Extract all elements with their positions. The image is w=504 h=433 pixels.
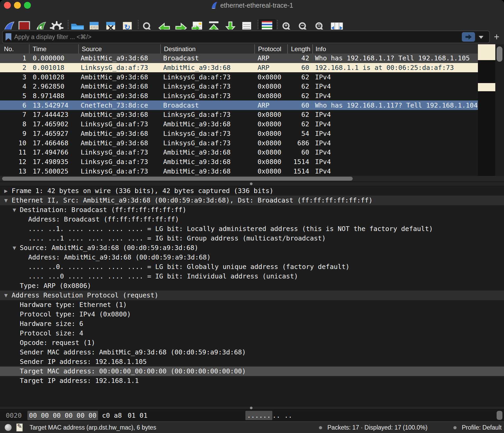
column-header-length[interactable]: Length [287,44,312,54]
packet-row-1[interactable]: 10.000000AmbitMic_a9:3d:68BroadcastARP42… [0,54,478,63]
cell-destination: AmbitMic_a9:3d:68 [160,166,254,176]
packet-row-8[interactable]: 817.465902LinksysG_da:af:73AmbitMic_a9:3… [0,119,478,129]
packet-details-pane: ▶Frame 1: 42 bytes on wire (336 bits), 4… [0,186,504,406]
packet-row-11[interactable]: 1117.494766LinksysG_da:af:73AmbitMic_a9:… [0,148,478,157]
filter-placeholder: Apply a display filter ... <⌘/> [14,31,91,43]
splitter-grip[interactable] [250,182,253,185]
packet-list-horizontal-scrollbar[interactable] [0,176,504,181]
cell-destination: Broadcast [160,54,254,63]
scrollbar-thumb[interactable] [497,46,502,62]
detail-row[interactable]: .... ...1 .... .... .... .... = IG bit: … [0,234,504,243]
detail-row[interactable]: ▼Address Resolution Protocol (request) [0,291,504,300]
packet-row-5[interactable]: 58.971488AmbitMic_a9:3d:68LinksysG_da:af… [0,91,478,101]
column-header-destination[interactable]: Destination [160,44,254,54]
cell-protocol: 0x0800 [254,82,287,91]
splitter-grip[interactable] [250,407,253,409]
packet-row-2[interactable]: 20.001018LinksysG_da:af:73AmbitMic_a9:3d… [0,63,478,73]
cell-protocol: ARP [254,63,287,73]
detail-row[interactable]: ▼Source: AmbitMic_a9:3d:68 (00:d0:59:a9:… [0,243,504,253]
cell-time: 17.494766 [29,148,78,157]
cell-time: 17.498935 [29,157,78,167]
detail-row[interactable]: Sender MAC address: AmbitMic_a9:3d:68 (0… [0,348,504,357]
filter-dropdown-icon[interactable] [479,36,483,39]
column-header-no[interactable]: No. [0,44,29,54]
column-header-protocol[interactable]: Protocol [254,44,287,54]
apply-filter-button[interactable] [462,32,475,42]
add-filter-button[interactable]: + [491,30,502,44]
detail-text: Sender IP address: 192.168.1.105 [20,358,147,365]
detail-row[interactable]: Type: ARP (0x0806) [0,281,504,291]
packet-row-10[interactable]: 1017.466468AmbitMic_a9:3d:68LinksysG_da:… [0,138,478,148]
detail-text: Address: AmbitMic_a9:3d:68 (00:d0:59:a9:… [28,253,211,261]
capture-comment-icon[interactable]: ✎ [16,424,23,431]
packet-minimap[interactable] [478,44,495,176]
cell-no: 13 [0,166,29,176]
minimap-arp-mark [478,44,495,60]
detail-row[interactable]: Address: AmbitMic_a9:3d:68 (00:d0:59:a9:… [0,253,504,262]
packet-row-7[interactable]: 717.444423AmbitMic_a9:3d:68LinksysG_da:a… [0,110,478,119]
column-header-source[interactable]: Source [78,44,160,54]
detail-row[interactable]: Protocol type: IPv4 (0x0800) [0,310,504,319]
packet-row-4[interactable]: 42.962850AmbitMic_a9:3d:68LinksysG_da:af… [0,82,478,91]
detail-row[interactable]: Hardware size: 6 [0,319,504,329]
collapse-arrow-icon[interactable]: ▼ [4,291,8,300]
hex-dump-pane[interactable]: 0020 00 00 00 00 00 00 c0 a801 01 ......… [0,410,504,422]
cell-protocol: 0x0800 [254,157,287,167]
apply-arrow-icon [464,33,472,40]
expert-info-icon[interactable] [5,424,12,431]
detail-row[interactable]: .... ..1. .... .... .... .... = LG bit: … [0,224,504,234]
cell-info: IPv4 [312,91,478,101]
pane-splitter[interactable] [0,181,504,186]
profile-status[interactable]: Profile: Default [462,422,502,433]
column-header-time[interactable]: Time [29,44,78,54]
cell-protocol: ARP [254,100,287,110]
detail-text: Protocol type: IPv4 (0x0800) [20,310,131,318]
packet-row-9[interactable]: 917.465927AmbitMic_a9:3d:68LinksysG_da:a… [0,129,478,138]
detail-row[interactable]: ▼Destination: Broadcast (ff:ff:ff:ff:ff:… [0,205,504,215]
cell-destination: LinksysG_da:af:73 [160,129,254,138]
cell-no: 8 [0,119,29,129]
column-header-info[interactable]: Info [312,44,478,54]
detail-row[interactable]: Address: Broadcast (ff:ff:ff:ff:ff:ff) [0,215,504,224]
cell-time: 17.466468 [29,138,78,148]
packet-row-6[interactable]: 613.542974CnetTech_73:8d:ceBroadcastARP6… [0,100,478,110]
hex-ascii: ........ .. [245,410,292,421]
scrollbar-thumb[interactable] [2,177,353,181]
cell-no: 5 [0,91,29,101]
packet-row-12[interactable]: 1217.498935LinksysG_da:af:73AmbitMic_a9:… [0,157,478,167]
bookmark-icon[interactable] [5,33,12,41]
detail-row[interactable]: ▼Ethernet II, Src: AmbitMic_a9:3d:68 (00… [0,196,504,205]
cell-time: 13.542974 [29,100,78,110]
expand-arrow-icon[interactable]: ▶ [4,186,8,196]
collapse-arrow-icon[interactable]: ▼ [13,205,16,215]
detail-text: Sender MAC address: AmbitMic_a9:3d:68 (0… [20,348,246,356]
pane-splitter[interactable] [0,406,504,410]
detail-row[interactable]: Opcode: request (1) [0,338,504,348]
detail-row[interactable]: Target IP address: 192.168.1.1 [0,376,504,386]
detail-row[interactable]: ▶Frame 1: 42 bytes on wire (336 bits), 4… [0,186,504,196]
packet-row-3[interactable]: 30.001028AmbitMic_a9:3d:68LinksysG_da:af… [0,72,478,82]
cell-no: 2 [0,63,29,73]
detail-row[interactable]: Hardware type: Ethernet (1) [0,300,504,310]
title-bar: ethernet-ethereal-trace-1 [0,0,504,11]
collapse-arrow-icon[interactable]: ▼ [4,196,8,205]
detail-row[interactable]: Sender IP address: 192.168.1.105 [0,357,504,367]
detail-row[interactable]: .... ...0 .... .... .... .... = IG bit: … [0,272,504,281]
cell-info: Who has 192.168.1.117? Tell 192.168.1.10… [312,100,478,110]
cell-source: AmbitMic_a9:3d:68 [78,110,160,119]
detail-row[interactable]: Target MAC address: 00:00:00_00:00:00 (0… [0,367,504,376]
collapse-arrow-icon[interactable]: ▼ [13,243,16,253]
packet-row-13[interactable]: 1317.500025LinksysG_da:af:73AmbitMic_a9:… [0,166,478,176]
cell-source: CnetTech_73:8d:ce [78,100,160,110]
hex-pane-scrollbar[interactable] [497,411,502,420]
cell-destination: LinksysG_da:af:73 [160,138,254,148]
cell-no: 11 [0,148,29,157]
detail-row[interactable]: .... ..0. .... .... .... .... = LG bit: … [0,262,504,272]
cell-time: 0.001018 [29,63,78,73]
display-filter-input[interactable]: Apply a display filter ... <⌘/> [2,31,490,43]
detail-row[interactable]: Protocol size: 4 [0,329,504,338]
detail-text: Address: Broadcast (ff:ff:ff:ff:ff:ff) [28,215,179,223]
detail-text: .... ..0. .... .... .... .... = LG bit: … [28,263,350,271]
detail-text: Opcode: request (1) [20,339,95,347]
packet-list-vertical-scrollbar[interactable] [495,44,504,176]
